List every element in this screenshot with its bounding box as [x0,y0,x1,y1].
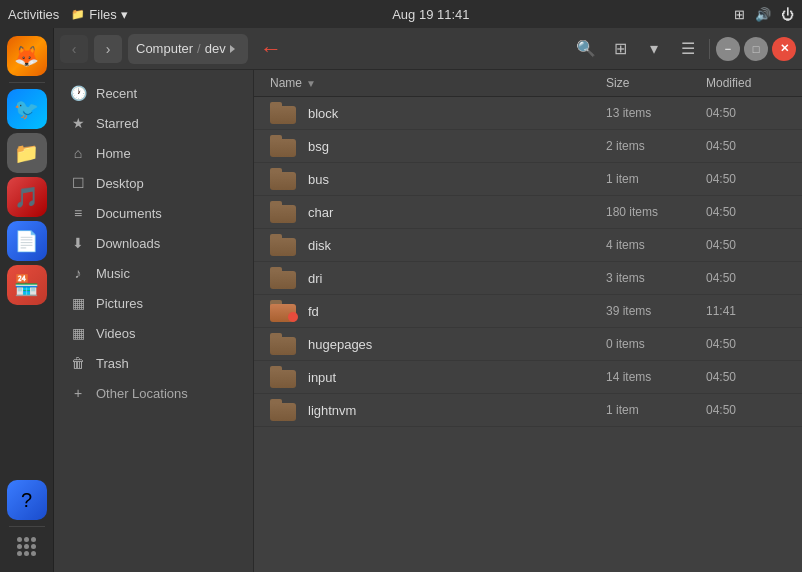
file-row-size: 3 items [606,271,706,285]
file-row-name: fd [270,300,606,322]
sidebar-add-location[interactable]: + Other Locations [54,378,253,408]
table-row[interactable]: char 180 items 04:50 [254,196,802,229]
sort-arrow: ▼ [306,78,316,89]
table-row[interactable]: fd 39 items 11:41 [254,295,802,328]
file-row-modified: 04:50 [706,238,786,252]
add-icon: + [70,385,86,401]
sidebar-item-videos[interactable]: ▦ Videos [54,318,253,348]
col-modified-header[interactable]: Modified [706,76,786,90]
file-row-size: 39 items [606,304,706,318]
app-launcher: 🦊 🐦 📁 🎵 📄 🏪 ? [0,28,54,572]
sidebar-item-recent[interactable]: 🕐 Recent [54,78,253,108]
folder-icon [270,135,298,157]
file-row-modified: 04:50 [706,370,786,384]
menu-button[interactable]: ☰ [673,34,703,64]
minimize-button[interactable]: − [716,37,740,61]
datetime-label: Aug 19 11:41 [392,7,469,22]
sidebar-label-other: Other Locations [96,386,237,401]
sidebar-item-starred[interactable]: ★ Starred [54,108,253,138]
path-separator: / [197,41,201,56]
table-row[interactable]: hugepages 0 items 04:50 [254,328,802,361]
file-list-header: Name ▼ Size Modified [254,70,802,97]
launcher-grid-icon[interactable] [17,537,36,556]
table-row[interactable]: input 14 items 04:50 [254,361,802,394]
file-row-size: 14 items [606,370,706,384]
file-list-scroll[interactable]: block 13 items 04:50 bsg 2 items 04:50 b… [254,97,802,572]
col-name-header[interactable]: Name ▼ [270,76,606,90]
back-button[interactable]: ‹ [60,35,88,63]
sidebar-item-home[interactable]: ⌂ Home [54,138,253,168]
folder-icon [270,267,298,289]
file-row-name: bsg [270,135,606,157]
sidebar-item-desktop[interactable]: ☐ Desktop [54,168,253,198]
path-root[interactable]: Computer [136,41,193,56]
view-options-button[interactable]: ▾ [639,34,669,64]
folder-icon [270,234,298,256]
file-row-size: 180 items [606,205,706,219]
path-dropdown-arrow[interactable] [230,45,235,53]
music-icon: ♪ [70,265,86,281]
folder-icon [270,168,298,190]
table-row[interactable]: bus 1 item 04:50 [254,163,802,196]
toolbar-actions: 🔍 ⊞ ▾ ☰ − □ ✕ [571,34,796,64]
col-size-header[interactable]: Size [606,76,706,90]
table-row[interactable]: dri 3 items 04:50 [254,262,802,295]
file-row-size: 0 items [606,337,706,351]
trash-icon: 🗑 [70,355,86,371]
folder-icon [270,102,298,124]
maximize-button[interactable]: □ [744,37,768,61]
file-row-name: input [270,366,606,388]
sidebar-item-music[interactable]: ♪ Music [54,258,253,288]
thunderbird-icon[interactable]: 🐦 [7,89,47,129]
activities-button[interactable]: Activities [8,7,59,22]
sidebar-label-documents: Documents [96,206,237,221]
file-row-name: dri [270,267,606,289]
network-icon: ⊞ [734,7,745,22]
file-row-name: char [270,201,606,223]
table-row[interactable]: disk 4 items 04:50 [254,229,802,262]
folder-icon [270,399,298,421]
sidebar-item-pictures[interactable]: ▦ Pictures [54,288,253,318]
forward-button[interactable]: › [94,35,122,63]
help-icon[interactable]: ? [7,480,47,520]
redirect-arrow: ← [260,36,282,62]
files-menu-label: Files [89,7,116,22]
path-bar[interactable]: Computer / dev [128,34,248,64]
file-row-modified: 04:50 [706,337,786,351]
files-menu-arrow: ▾ [121,7,128,22]
sidebar-item-downloads[interactable]: ⬇ Downloads [54,228,253,258]
writer-icon[interactable]: 📄 [7,221,47,261]
file-menu-icon: 📁 [71,8,85,21]
table-row[interactable]: block 13 items 04:50 [254,97,802,130]
sidebar-label-home: Home [96,146,237,161]
view-toggle-button[interactable]: ⊞ [605,34,635,64]
file-manager-window: ‹ › Computer / dev ← 🔍 ⊞ ▾ ☰ − □ ✕ [54,28,802,572]
videos-icon: ▦ [70,325,86,341]
downloads-icon: ⬇ [70,235,86,251]
path-folder[interactable]: dev [205,41,226,56]
sidebar-label-downloads: Downloads [96,236,237,251]
titlebar: ‹ › Computer / dev ← 🔍 ⊞ ▾ ☰ − □ ✕ [54,28,802,70]
power-icon: ⏻ [781,7,794,22]
close-button[interactable]: ✕ [772,37,796,61]
file-row-name: lightnvm [270,399,606,421]
rhythmbox-icon[interactable]: 🎵 [7,177,47,217]
table-row[interactable]: lightnvm 1 item 04:50 [254,394,802,427]
table-row[interactable]: bsg 2 items 04:50 [254,130,802,163]
sidebar-label-videos: Videos [96,326,237,341]
starred-icon: ★ [70,115,86,131]
folder-icon [270,366,298,388]
file-row-name: disk [270,234,606,256]
file-row-modified: 04:50 [706,172,786,186]
pictures-icon: ▦ [70,295,86,311]
sidebar-item-trash[interactable]: 🗑 Trash [54,348,253,378]
firefox-icon[interactable]: 🦊 [7,36,47,76]
content-area: 🕐 Recent ★ Starred ⌂ Home ☐ Desktop ≡ [54,70,802,572]
file-row-modified: 04:50 [706,106,786,120]
sidebar-item-documents[interactable]: ≡ Documents [54,198,253,228]
search-button[interactable]: 🔍 [571,34,601,64]
files-icon[interactable]: 📁 [7,133,47,173]
sidebar-label-desktop: Desktop [96,176,237,191]
files-menu[interactable]: 📁 Files ▾ [71,7,127,22]
software-icon[interactable]: 🏪 [7,265,47,305]
